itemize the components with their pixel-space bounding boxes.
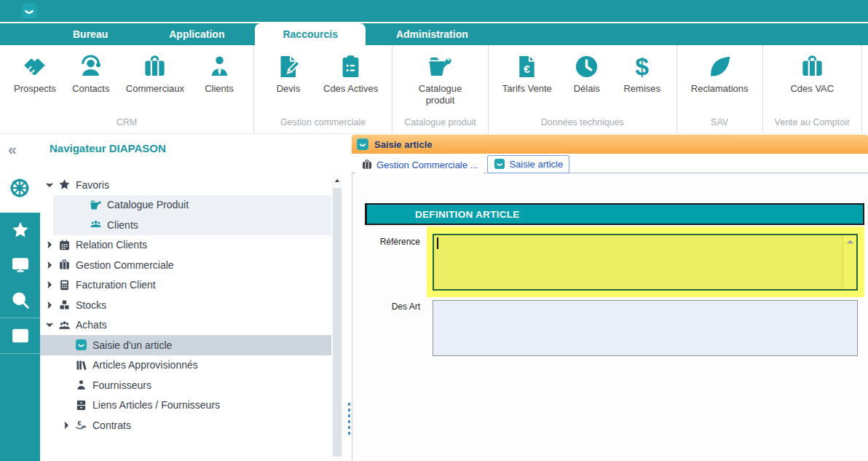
- ribbon-tab-application[interactable]: Application: [138, 23, 255, 45]
- handshake-icon: [22, 54, 47, 79]
- tree-item-relation-clients[interactable]: Relation Clients: [40, 235, 331, 256]
- ribbon-group-label: Vente au Comptoir: [770, 114, 855, 133]
- des-art-input[interactable]: [433, 300, 858, 356]
- splitter-dot: [348, 432, 350, 435]
- doc-euro-icon: €: [514, 54, 540, 79]
- ribbon-item-label: Prospects: [14, 83, 56, 95]
- rail-item-layout[interactable]: [0, 318, 40, 353]
- modules-rail-slot[interactable]: [9, 177, 31, 199]
- svg-text:€: €: [77, 419, 81, 427]
- rail-item-desktop[interactable]: [0, 248, 40, 283]
- chevron-down-icon[interactable]: [845, 277, 855, 287]
- headset-icon: [78, 54, 103, 79]
- chevron-right-icon[interactable]: [44, 260, 55, 270]
- ribbon-group-label: Données techniques: [496, 114, 669, 133]
- leaf-icon: [707, 54, 733, 79]
- tree-item-achats[interactable]: Achats: [40, 315, 331, 336]
- rail-item-favorites[interactable]: [0, 213, 40, 248]
- tree-item-saisie-d-un-article[interactable]: Saisie d'un article: [40, 335, 331, 355]
- ribbon-group-catalogue-produit: Catalogue produitCatalogue produit: [392, 45, 488, 133]
- chevron-right-icon[interactable]: [44, 280, 55, 290]
- tree-item-articles-approvisionnes[interactable]: Articles Approvisionnés: [40, 355, 331, 376]
- briefcase-icon: [58, 259, 71, 271]
- document-content: DEFINITION ARTICLE Référence Des Art: [352, 173, 868, 461]
- document-tab-label: Saisie article: [509, 159, 563, 170]
- ribbon-item-remises[interactable]: $Remises: [615, 50, 669, 95]
- chevron-right-icon[interactable]: [44, 240, 55, 250]
- tree-item-label: Articles Approvisionnés: [92, 359, 198, 371]
- tree-item-label: Favoris: [76, 179, 109, 191]
- chevron-right-icon[interactable]: [61, 420, 71, 430]
- tree-item-facturation-client[interactable]: Facturation Client: [40, 275, 331, 296]
- ribbon-item-label: Tarifs Vente: [502, 83, 552, 95]
- scroll-up-button[interactable]: [331, 175, 342, 186]
- chevron-right-icon[interactable]: [44, 300, 55, 310]
- ribbon-item-label: Contacts: [72, 83, 109, 95]
- ribbon-item-clients[interactable]: Clients: [192, 50, 246, 95]
- reference-input[interactable]: [433, 234, 858, 291]
- doc-pencil-icon: [276, 54, 301, 79]
- rail-block: [0, 213, 40, 461]
- des-art-label: Des Art: [367, 302, 420, 312]
- people-icon: [90, 218, 102, 231]
- scrollbar-thumb[interactable]: [333, 188, 342, 457]
- ribbon-item-prospects[interactable]: Prospects: [7, 50, 63, 95]
- ribbon-group-items: €Tarifs VenteDélais$Remises: [496, 50, 669, 114]
- icon-rail: «: [0, 135, 40, 461]
- tree-item-favoris[interactable]: Favoris: [40, 175, 331, 195]
- document-titlebar: Saisie article: [352, 135, 868, 154]
- ribbon-item-cdes-vac[interactable]: Cdes VAC: [784, 50, 840, 95]
- briefcase-icon: [361, 159, 373, 170]
- ribbon-item-reclamations[interactable]: Reclamations: [684, 50, 755, 95]
- ribbon-item-contacts[interactable]: Contacts: [64, 50, 118, 95]
- collapse-panel-icon[interactable]: «: [8, 141, 17, 158]
- triangle-up-icon: [334, 177, 341, 184]
- ribbon-group-donnees-techniques: €Tarifs VenteDélais$RemisesDonnées techn…: [488, 45, 676, 133]
- tree-item-gestion-commerciale[interactable]: Gestion Commerciale: [40, 255, 331, 275]
- books-icon: [75, 359, 87, 371]
- ribbon-item-delais[interactable]: Délais: [560, 50, 614, 95]
- navigator-tree: FavorisCatalogue ProduitClientsRelation …: [40, 175, 331, 436]
- chevron-down-icon[interactable]: [44, 320, 55, 330]
- reference-scrollbar[interactable]: [843, 235, 856, 289]
- tree-item-liens-articles-fournisseurs[interactable]: Liens Articles / Fournisseurs: [40, 395, 331, 416]
- ribbon-item-label: Catalogue produit: [416, 83, 465, 106]
- ribbon-item-label: Clients: [205, 83, 234, 95]
- chevron-down-icon[interactable]: [44, 180, 55, 190]
- star-icon: [58, 178, 71, 191]
- ribbon-item-cdes-actives[interactable]: Cdes Actives: [317, 50, 384, 95]
- ribbon-item-label: Remises: [623, 83, 660, 95]
- ribbon-group-items: Reclamations: [684, 50, 755, 114]
- title-bar: [0, 0, 868, 23]
- tree-item-catalogue-produit[interactable]: Catalogue Produit: [40, 195, 331, 216]
- ribbon-item-devis[interactable]: Devis: [261, 50, 315, 95]
- ribbon: ProspectsContactsCommerciauxClientsCRMDe…: [0, 45, 868, 134]
- document-window: Saisie article Gestion Commerciale ...Sa…: [352, 135, 868, 461]
- chevron-up-icon[interactable]: [845, 237, 855, 247]
- ribbon-item-catalogue-produit[interactable]: Catalogue produit: [409, 50, 472, 106]
- document-tab-gestion-commerciale[interactable]: Gestion Commerciale ...: [355, 157, 484, 173]
- tree-item-fournisseurs[interactable]: Fournisseurs: [40, 375, 331, 395]
- ribbon-group-label: SAV: [684, 114, 755, 133]
- document-tab-saisie-article[interactable]: Saisie article: [487, 155, 569, 173]
- euro-hand-icon: €: [75, 419, 87, 431]
- section-title: DEFINITION ARTICLE: [415, 209, 520, 220]
- tree-scrollbar[interactable]: [331, 175, 342, 461]
- tree-item-clients[interactable]: Clients: [40, 215, 331, 235]
- tree-item-stocks[interactable]: Stocks: [40, 295, 331, 315]
- ribbon-tab-bureau[interactable]: Bureau: [42, 23, 138, 45]
- tree-item-label: Catalogue Produit: [107, 199, 189, 210]
- ribbon-item-commerciaux[interactable]: Commerciaux: [119, 50, 191, 95]
- splitter-dot: [348, 403, 350, 406]
- ribbon-group-gestion-commerciale: DevisCdes ActivesGestion commerciale: [253, 45, 392, 133]
- ribbon-item-tarifs-vente[interactable]: €Tarifs Vente: [496, 50, 559, 95]
- navigator-panel: Navigateur DIAPASON FavorisCatalogue Pro…: [40, 135, 342, 461]
- app-logo-icon[interactable]: [20, 2, 38, 20]
- panel-splitter[interactable]: [347, 135, 352, 461]
- ribbon-tab-raccourcis[interactable]: Raccourcis: [255, 23, 365, 45]
- ribbon-item-label: Cdes Actives: [323, 83, 378, 95]
- tree-item-contrats[interactable]: €Contrats: [40, 415, 331, 436]
- rail-item-search[interactable]: [0, 283, 40, 318]
- ribbon-tab-administration[interactable]: Administration: [366, 23, 499, 45]
- columns-icon: [11, 326, 30, 345]
